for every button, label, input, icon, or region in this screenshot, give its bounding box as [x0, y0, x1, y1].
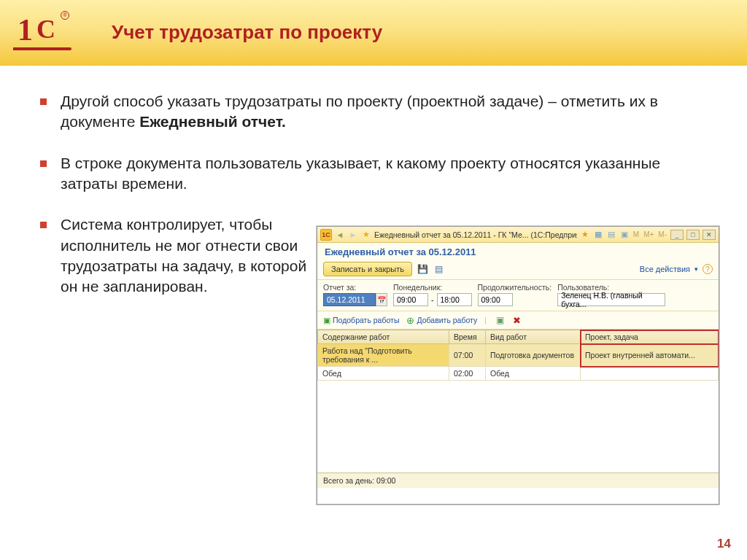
col-content[interactable]: Содержание работ [318, 330, 449, 344]
col-project[interactable]: Проект, задача [581, 330, 719, 344]
star-icon[interactable]: ★ [361, 230, 371, 240]
label-report-date: Отчет за: [323, 283, 387, 292]
help-icon[interactable]: ? [703, 264, 713, 274]
app-titlebar: 1C ◄ ► ★ Ежедневный отчет за 05.12.2011 … [317, 227, 719, 243]
label-duration: Продолжительность: [478, 283, 552, 292]
pick-icon: ▣ [323, 316, 330, 324]
save-close-button[interactable]: Записать и закрыть [323, 262, 412, 276]
time-from-input[interactable]: 09:00 [393, 293, 428, 306]
duration-input[interactable]: 09:00 [478, 293, 513, 306]
copy-icon[interactable]: ▣ [494, 314, 506, 326]
time-to-input[interactable]: 18:00 [437, 293, 472, 306]
calendar-icon[interactable]: 📅 [376, 293, 387, 306]
cell[interactable]: Обед [318, 367, 449, 381]
arrow-left-icon[interactable]: ◄ [335, 230, 345, 240]
cell[interactable]: Работа над "Подготовить требования к ... [318, 344, 449, 367]
jobs-grid[interactable]: Содержание работ Время Вид работ Проект,… [317, 330, 719, 472]
slide-header: 1 C ® Учет трудозатрат по проекту [0, 0, 747, 66]
app-window: 1C ◄ ► ★ Ежедневный отчет за 05.12.2011 … [317, 226, 719, 505]
bullet-3-text: Система контролирует, чтобы исполнитель … [61, 214, 323, 297]
jobs-toolbar: ▣ Подобрать работы ⊕ Добавить работу | ▣… [317, 311, 719, 330]
maximize-button[interactable]: □ [686, 230, 700, 240]
save-icon[interactable]: 💾 [417, 263, 428, 275]
col-time[interactable]: Время [449, 330, 486, 344]
bullet-2: В строке документа пользователь указывае… [40, 153, 714, 195]
cell[interactable]: 07:00 [449, 344, 486, 367]
fav-icon[interactable]: ★ [580, 230, 590, 240]
form-title: Ежедневный отчет за 05.12.2011 [317, 243, 719, 259]
calc-icon[interactable]: ▣ [619, 230, 630, 240]
cell[interactable]: Обед [486, 367, 581, 381]
arrow-right-icon[interactable]: ► [348, 230, 358, 240]
m-minus2-icon[interactable]: M- [657, 230, 667, 238]
table-row[interactable]: Работа над "Подготовить требования к ...… [318, 344, 719, 367]
window-title: Ежедневный отчет за 05.12.2011 - ГК "Ме.… [374, 230, 577, 239]
delete-icon[interactable]: ✖ [513, 315, 521, 326]
form-toolbar: Записать и закрыть 💾 ▤ Все действия ▾ ? [317, 259, 719, 280]
add-job-button[interactable]: ⊕ Добавить работу [406, 315, 477, 326]
label-day: Понедельник: [393, 283, 472, 292]
slide-title: Учет трудозатрат по проекту [112, 21, 382, 44]
user-input[interactable]: Зеленец Н.В. (главный бухга... [557, 293, 665, 306]
col-kind[interactable]: Вид работ [486, 330, 581, 344]
cell-project[interactable] [581, 367, 719, 381]
grid-header-row: Содержание работ Время Вид работ Проект,… [318, 330, 719, 344]
table-row[interactable]: Обед02:00Обед [318, 367, 719, 381]
bullet-1: Другой способ указать трудозатраты по пр… [40, 91, 714, 133]
list-icon[interactable]: ▤ [433, 263, 444, 275]
chevron-down-icon[interactable]: ▾ [694, 265, 698, 273]
form-footer: Всего за день: 09:00 [317, 472, 719, 488]
minimize-button[interactable]: _ [670, 230, 684, 240]
pick-jobs-button[interactable]: ▣ Подобрать работы [323, 316, 399, 324]
doc-icon[interactable]: ▤ [606, 230, 616, 240]
m-minus-icon[interactable]: M [632, 230, 640, 238]
m-plus-icon[interactable]: M+ [643, 230, 654, 238]
plus-icon: ⊕ [406, 315, 414, 326]
logo-1c: 1 C ® [13, 11, 75, 55]
cell-project[interactable]: Проект внутренней автомати... [581, 344, 719, 367]
app-logo-icon: 1C [320, 229, 332, 241]
cell[interactable]: Подготовка документов [486, 344, 581, 367]
form-fields: Отчет за: 05.12.2011 📅 Понедельник: 09:0… [317, 280, 719, 311]
cell[interactable]: 02:00 [449, 367, 486, 381]
page-number: 14 [717, 537, 731, 551]
bullet-1-strong: Ежедневный отчет. [139, 113, 286, 130]
close-button[interactable]: ✕ [703, 230, 716, 240]
date-input[interactable]: 05.12.2011 [323, 293, 376, 306]
grid-icon[interactable]: ▦ [593, 230, 603, 240]
all-actions-link[interactable]: Все действия [640, 265, 690, 273]
